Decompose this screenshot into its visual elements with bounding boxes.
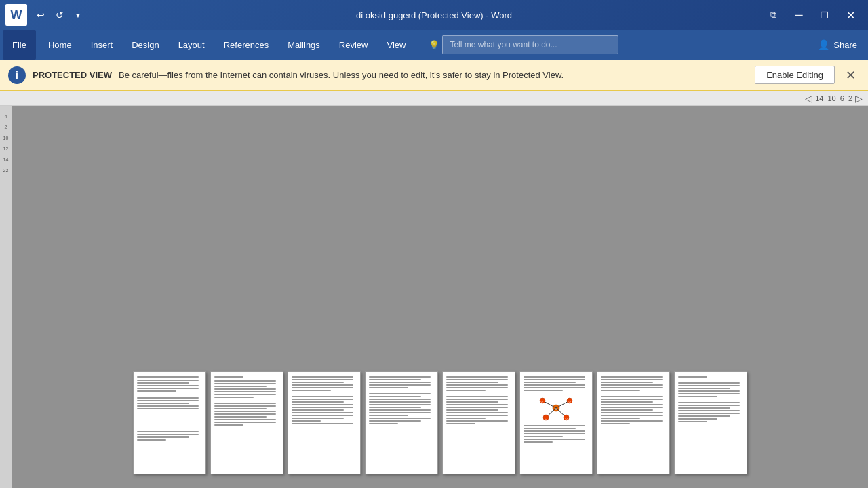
ruler-nav-left[interactable]: ◁ — [805, 94, 812, 103]
share-button[interactable]: 👤 Share — [810, 30, 865, 60]
menu-layout[interactable]: Layout — [169, 30, 214, 60]
page-thumbnail-6: O O O O S — [519, 371, 593, 474]
ruler-numbers: ◁ 14 10 6 2 ▷ — [805, 94, 863, 103]
svg-text:O: O — [568, 400, 570, 403]
svg-text:O: O — [545, 417, 547, 420]
title-bar: W ↩ ↺ ▼ di oksid gugerd (Protected View)… — [0, 0, 868, 30]
undo-button[interactable]: ↩ — [33, 7, 49, 23]
vertical-ruler: 4 2 10 12 14 22 — [0, 106, 12, 488]
restore-window-button[interactable]: ⧉ — [761, 4, 785, 26]
search-input[interactable] — [442, 35, 618, 54]
restore-button[interactable]: ❐ — [812, 4, 837, 26]
window-controls: ⧉ ─ ❐ ✕ — [648, 4, 863, 26]
customize-qat-button[interactable]: ▼ — [71, 9, 85, 22]
menu-references[interactable]: References — [214, 30, 278, 60]
help-icon: 💡 — [429, 40, 439, 50]
menu-bar: File Home Insert Design Layout Reference… — [0, 30, 868, 60]
page-thumbnail-8 — [674, 371, 747, 474]
page-thumbnail-3 — [288, 371, 361, 474]
close-button[interactable]: ✕ — [838, 4, 863, 26]
minimize-button[interactable]: ─ — [787, 4, 811, 26]
menu-file[interactable]: File — [3, 30, 36, 60]
page-thumbnail-7 — [597, 371, 670, 474]
ruler-nav-right[interactable]: ▷ — [855, 94, 863, 103]
search-bar: 💡 — [429, 30, 797, 60]
molecule-diagram: O O O O S — [532, 394, 580, 422]
quick-access-toolbar: ↩ ↺ ▼ — [33, 7, 85, 23]
pages-container: O O O O S — [12, 106, 868, 488]
menu-review[interactable]: Review — [330, 30, 378, 60]
menu-home[interactable]: Home — [39, 30, 81, 60]
enable-editing-button[interactable]: Enable Editing — [755, 66, 835, 84]
page-thumbnail-4 — [365, 371, 438, 474]
menu-insert[interactable]: Insert — [81, 30, 123, 60]
document-area: 4 2 10 12 14 22 — [0, 106, 868, 488]
redo-button[interactable]: ↺ — [52, 7, 68, 23]
menu-design[interactable]: Design — [122, 30, 168, 60]
share-icon: 👤 — [818, 39, 829, 50]
close-protected-bar-button[interactable]: ✕ — [842, 66, 860, 84]
svg-text:O: O — [565, 417, 567, 420]
protected-view-message: Be careful—files from the Internet can c… — [119, 70, 748, 80]
protected-view-icon: i — [8, 66, 26, 84]
page-thumbnail-1 — [133, 371, 206, 474]
page-thumbnail-2 — [210, 371, 283, 474]
word-logo: W — [5, 4, 27, 26]
menu-view[interactable]: View — [377, 30, 415, 60]
horizontal-ruler: ◁ 14 10 6 2 ▷ — [0, 91, 868, 106]
menu-mailings[interactable]: Mailings — [278, 30, 330, 60]
page-thumbnail-5 — [442, 371, 515, 474]
svg-text:O: O — [540, 400, 542, 403]
title-bar-left: W ↩ ↺ ▼ — [5, 4, 220, 26]
protected-view-bar: i PROTECTED VIEW Be careful—files from t… — [0, 60, 868, 91]
protected-view-label: PROTECTED VIEW — [33, 70, 112, 80]
svg-text:S: S — [555, 407, 557, 411]
window-title: di oksid gugerd (Protected View) - Word — [220, 10, 648, 20]
